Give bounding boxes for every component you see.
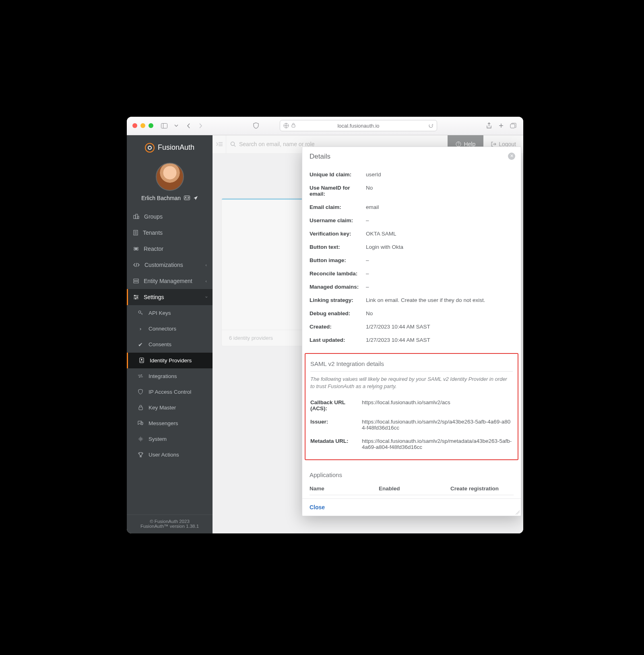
nav-back-button[interactable]	[184, 122, 193, 130]
gear-icon	[137, 436, 144, 442]
integration-value: https://local.fusionauth.io/samlv2/acs	[362, 399, 513, 405]
integration-key: Callback URL (ACS):	[310, 399, 362, 411]
integration-value: https://local.fusionauth.io/samlv2/sp/me…	[362, 438, 513, 450]
reactor-icon	[133, 246, 139, 252]
id-card-icon[interactable]	[184, 196, 190, 200]
sidebar-item-groups[interactable]: Groups	[127, 209, 213, 225]
apps-col-name: Name	[310, 486, 379, 492]
svg-point-21	[141, 359, 142, 360]
brand-logo[interactable]: FusionAuth	[127, 135, 213, 160]
sidebar-item-key-master[interactable]: Key Master	[127, 400, 213, 415]
integration-row: Issuer:https://local.fusionauth.io/samlv…	[310, 415, 513, 434]
site-settings-icon	[283, 123, 289, 128]
detail-key: Reconcile lambda:	[310, 271, 366, 277]
sidebar-label: Key Master	[149, 405, 176, 411]
lock-icon	[291, 123, 295, 128]
sidebar-item-api-keys[interactable]: API Keys	[127, 305, 213, 321]
detail-row: Username claim:–	[310, 214, 514, 227]
sidebar-item-consents[interactable]: ✔Consents	[127, 337, 213, 353]
share-icon[interactable]	[485, 122, 493, 130]
modal-close-link[interactable]: Close	[310, 504, 325, 510]
detail-value: Login with Okta	[366, 244, 514, 250]
sidebar-item-entity-management[interactable]: Entity Management ‹	[127, 273, 213, 289]
nav-list: Groups Tenants Reactor Customizations ‹	[127, 209, 213, 514]
url-field[interactable]: local.fusionauth.io	[280, 120, 437, 131]
detail-value: OKTA SAML	[366, 231, 514, 237]
chevron-down-icon[interactable]	[172, 122, 181, 130]
detail-key: Created:	[310, 324, 366, 330]
detail-value: 1/27/2023 10:44 AM SAST	[366, 337, 514, 343]
sidebar-label: API Keys	[149, 310, 171, 316]
integration-details-box: SAML v2 Integration details The followin…	[305, 353, 518, 460]
svg-rect-9	[138, 216, 139, 219]
sidebar-item-reactor[interactable]: Reactor	[127, 241, 213, 257]
resize-grip-icon[interactable]	[515, 510, 520, 514]
detail-key: Verification key:	[310, 231, 366, 237]
sidebar-item-tenants[interactable]: Tenants	[127, 225, 213, 241]
new-tab-icon[interactable]	[497, 122, 506, 130]
apps-col-create: Create registration	[450, 486, 514, 492]
sidebar-item-integrations[interactable]: Integrations	[127, 368, 213, 384]
fusionauth-logo-icon	[145, 143, 155, 153]
svg-rect-4	[510, 124, 515, 128]
shield-icon[interactable]	[252, 122, 260, 130]
sidebar-label: Messengers	[149, 420, 178, 426]
browser-window: local.fusionauth.io FusionAuth	[127, 117, 523, 533]
detail-value: No	[366, 185, 514, 191]
detail-row: Button image:–	[310, 254, 514, 267]
check-icon: ✔	[137, 341, 144, 348]
detail-key: Button text:	[310, 244, 366, 250]
detail-key: Linking strategy:	[310, 297, 366, 303]
sidebar-footer: © FusionAuth 2023 FusionAuth™ version 1.…	[127, 514, 213, 533]
sidebar-label: Connectors	[149, 326, 176, 332]
code-icon	[133, 262, 140, 267]
detail-key: Use NameID for email:	[310, 185, 366, 197]
modal-body: Unique Id claim:userIdUse NameID for ema…	[302, 166, 521, 498]
integration-note: The following values will likely be requ…	[310, 376, 513, 390]
applications-header: Name Enabled Create registration	[310, 482, 514, 495]
sidebar-label: Identity Providers	[150, 357, 192, 364]
reload-icon[interactable]	[428, 123, 433, 128]
svg-point-6	[185, 197, 186, 198]
chevron-down-icon: ‹	[204, 296, 208, 298]
modal-close-button[interactable]: ✕	[508, 153, 515, 160]
detail-key: Email claim:	[310, 204, 366, 210]
detail-value: –	[366, 271, 514, 277]
integration-row: Metadata URL:https://local.fusionauth.io…	[310, 434, 513, 454]
detail-row: Managed domains:–	[310, 280, 514, 293]
nav-forward-button	[196, 122, 205, 130]
sidebar-item-ip-access[interactable]: IP Access Control	[127, 384, 213, 400]
detail-key: Last updated:	[310, 337, 366, 343]
detail-row: Button text:Login with Okta	[310, 240, 514, 254]
avatar[interactable]	[156, 163, 184, 191]
sidebar-item-messengers[interactable]: Messengers	[127, 415, 213, 431]
tabs-icon[interactable]	[509, 122, 518, 130]
sidebar-item-user-actions[interactable]: User Actions	[127, 447, 213, 463]
detail-row: Unique Id claim:userId	[310, 168, 514, 181]
collapse-sidebar-button[interactable]	[213, 135, 226, 154]
svg-rect-0	[161, 123, 167, 128]
main-area: Help Logout saml Add SAML v2	[213, 135, 523, 533]
lock-small-icon	[137, 405, 144, 410]
close-window-icon[interactable]	[132, 123, 137, 128]
location-arrow-icon[interactable]	[193, 196, 198, 200]
svg-point-17	[137, 296, 138, 298]
sidebar-item-connectors[interactable]: ›Connectors	[127, 321, 213, 337]
svg-rect-7	[134, 215, 136, 219]
fullscreen-window-icon[interactable]	[149, 123, 153, 128]
sidebar-toggle-icon[interactable]	[160, 122, 169, 130]
detail-value: –	[366, 217, 514, 223]
detail-value: –	[366, 257, 514, 263]
profile-name: Erlich Bachman	[141, 195, 181, 201]
sidebar-label: Integrations	[149, 373, 177, 379]
sidebar-item-customizations[interactable]: Customizations ‹	[127, 257, 213, 273]
svg-point-23	[140, 438, 141, 440]
sidebar-item-system[interactable]: System	[127, 431, 213, 447]
integration-value: https://local.fusionauth.io/samlv2/sp/a4…	[362, 419, 513, 431]
sidebar-item-identity-providers[interactable]: Identity Providers	[127, 353, 213, 368]
minimize-window-icon[interactable]	[140, 123, 145, 128]
sidebar-item-settings[interactable]: Settings ‹	[127, 289, 213, 305]
detail-value: userId	[366, 171, 514, 178]
search-icon	[230, 141, 236, 147]
chevron-left-icon: ‹	[205, 279, 207, 283]
